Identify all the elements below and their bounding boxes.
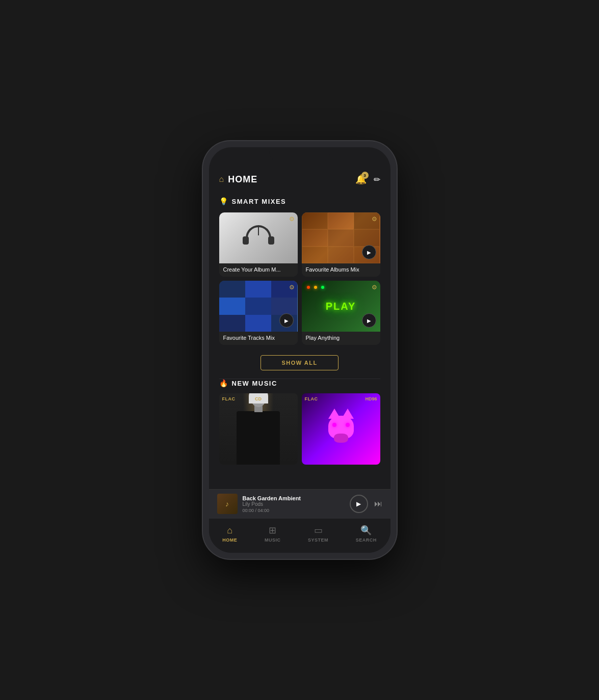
smart-mixes-header: 💡 SMART MIXES [219,197,380,205]
headphones-visual [243,225,274,251]
nav-item-music[interactable]: ⊞ MUSIC [258,523,287,545]
main-content: 💡 SMART MIXES [209,191,390,489]
mixes-grid: ⚙ Create Your Album M... [219,212,380,345]
home-nav-icon: ⌂ [227,525,232,536]
mix-label-tracks: Favourite Tracks Mix [219,332,298,345]
edit-icon[interactable]: ✏ [374,175,380,184]
photo-person [219,393,298,465]
new-music-title: NEW MUSIC [232,380,277,387]
phone-screen: ⌂ HOME 🔔 3 ✏ 💡 SMART MIXES [209,147,390,553]
album-image-1: FLAC CD [219,393,298,465]
headphone-cable [258,225,259,235]
wolf-eye-right [346,423,350,427]
home-nav-icon: ⌂ [219,175,224,184]
headphone-arc [246,225,271,240]
nav-item-search[interactable]: 🔍 SEARCH [350,523,383,545]
new-music-icon: 🔥 [219,379,228,387]
music-nav-label: MUSIC [265,537,281,543]
play-pause-button[interactable]: ▶ [350,495,368,513]
now-playing-bar: ♪ Back Garden Ambient Lily Pods 00:00 / … [209,489,390,518]
mix-label-play: Play Anything [302,332,380,345]
system-nav-icon: ▭ [314,525,323,536]
phone-notch [269,147,330,161]
search-nav-icon: 🔍 [360,525,372,536]
wolf-shape [323,409,359,449]
page-title: HOME [228,174,257,185]
mix-play-btn-play[interactable]: ▶ [362,313,376,328]
albums-row: FLAC CD [219,393,380,465]
notification-bell[interactable]: 🔔 3 [355,174,367,185]
play-text: PLAY [326,301,356,312]
wolf-eye-left [332,423,336,427]
mix-card-create[interactable]: ⚙ Create Your Album M... [219,212,298,277]
system-nav-label: SYSTEM [308,537,328,543]
phone-frame: ⌂ HOME 🔔 3 ✏ 💡 SMART MIXES [203,141,397,559]
mix-image-albums: ⚙ ▶ [302,212,380,263]
mix-card-play[interactable]: PLAY ⚙ ▶ Play Anything [302,281,380,345]
album-card-1[interactable]: FLAC CD [219,393,298,465]
new-music-section: 🔥 NEW MUSIC [209,379,390,473]
track-title: Back Garden Ambient [243,495,345,501]
smart-mixes-title: SMART MIXES [232,198,287,205]
app-header: ⌂ HOME 🔔 3 ✏ [209,170,390,191]
time-current: 00:00 [243,508,254,513]
track-artist: Lily Pods [243,501,345,507]
now-playing-thumbnail[interactable]: ♪ [217,494,238,514]
album-format-cd-1: CD [255,396,262,401]
album-format-hd96: HD96 [365,396,377,401]
smart-mixes-section: 💡 SMART MIXES [209,191,390,351]
mix-settings-icon-tracks[interactable]: ⚙ [289,284,295,291]
now-playing-info: Back Garden Ambient Lily Pods 00:00 / 04… [243,495,345,513]
header-icons: 🔔 3 ✏ [355,174,380,185]
mix-play-btn-albums[interactable]: ▶ [362,245,376,259]
album-format-flac-2: FLAC [305,396,318,401]
album-format-flac-1: FLAC [222,396,236,401]
wolf-head [328,416,354,439]
skip-button[interactable]: ⏭ [374,499,382,508]
show-all-button[interactable]: SHOW ALL [261,355,338,370]
nav-item-home[interactable]: ⌂ HOME [216,523,243,545]
header-left: ⌂ HOME [219,174,258,185]
show-all-wrapper: SHOW ALL [209,351,390,379]
new-music-header: 🔥 NEW MUSIC [219,379,380,387]
notification-badge: 3 [361,172,369,179]
mix-settings-icon-albums[interactable]: ⚙ [372,216,377,223]
smart-mixes-icon: 💡 [219,197,228,205]
mix-label-create: Create Your Album M... [219,263,298,277]
headphone-left-pad [243,236,249,245]
person-body [237,411,280,465]
album-image-2: FLAC HD96 [302,393,380,465]
album-inner-1: FLAC CD [219,393,298,465]
mix-play-btn-tracks[interactable]: ▶ [279,313,294,328]
thumb-art: ♪ [217,494,238,514]
track-time: 00:00 / 04:00 [243,508,345,513]
music-nav-icon: ⊞ [269,525,276,536]
now-playing-controls: ▶ ⏭ [350,495,382,513]
time-total: 04:00 [258,508,270,513]
mix-settings-icon-play[interactable]: ⚙ [372,284,377,291]
mix-card-tracks[interactable]: ⚙ ▶ Favourite Tracks Mix [219,281,298,345]
mix-image-create: ⚙ [219,212,298,263]
mix-card-albums[interactable]: ⚙ ▶ Favourite Albums Mix [302,212,380,277]
wolf-snout [334,434,348,443]
album-card-2[interactable]: FLAC HD96 [302,393,380,465]
mix-label-albums: Favourite Albums Mix [302,263,380,277]
mix-image-tracks: ⚙ ▶ [219,281,298,332]
mix-image-play: PLAY ⚙ ▶ [302,281,380,332]
bottom-nav: ⌂ HOME ⊞ MUSIC ▭ SYSTEM 🔍 SEARCH [209,518,390,553]
nav-item-system[interactable]: ▭ SYSTEM [302,523,334,545]
mix-settings-icon-create[interactable]: ⚙ [289,216,295,223]
home-nav-label: HOME [222,537,237,543]
headphone-right-pad [268,236,274,245]
search-nav-label: SEARCH [356,537,377,543]
